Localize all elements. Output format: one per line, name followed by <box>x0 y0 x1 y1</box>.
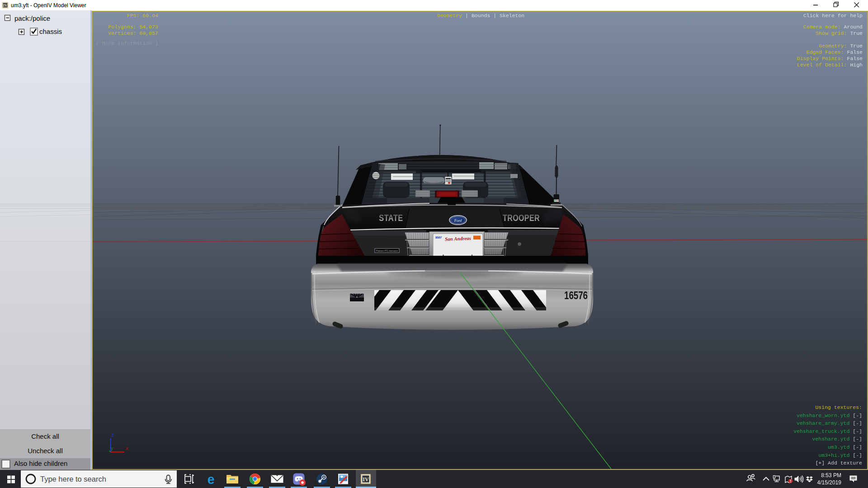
svg-text:IV: IV <box>3 4 7 8</box>
svg-text:8:53 PM: 8:53 PM <box>821 472 841 479</box>
svg-text:IV: IV <box>363 476 369 483</box>
svg-text:e: e <box>207 472 214 487</box>
svg-text:Type here to search: Type here to search <box>40 475 106 483</box>
svg-text:4/15/2019: 4/15/2019 <box>817 479 842 486</box>
